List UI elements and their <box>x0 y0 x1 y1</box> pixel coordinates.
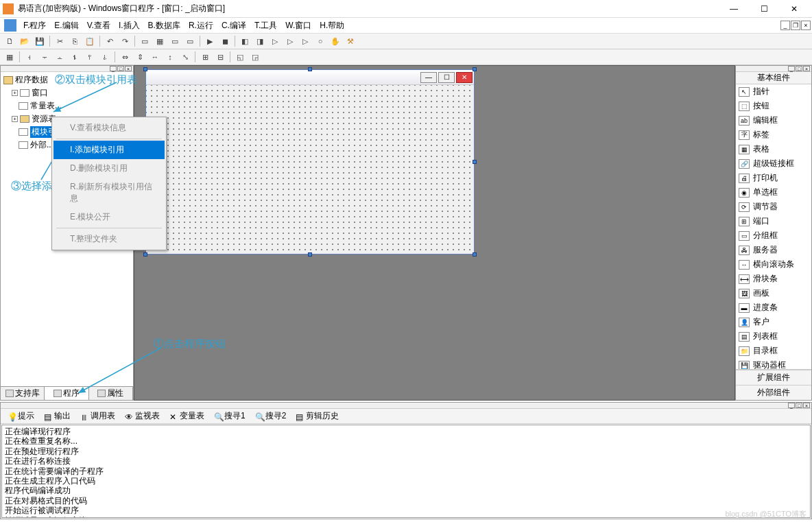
panel-min-icon[interactable]: _ <box>788 66 795 71</box>
panel-close-icon[interactable]: × <box>803 403 810 408</box>
tree-node-const[interactable]: 常量表... <box>2 99 132 112</box>
tb-icon-6[interactable]: ◨ <box>253 35 267 47</box>
cut-icon[interactable]: ✂ <box>53 35 67 47</box>
menu-view[interactable]: V.查看 <box>83 19 115 33</box>
menu-tools[interactable]: T.工具 <box>250 19 281 33</box>
resize-handle[interactable] <box>473 160 477 164</box>
redo-icon[interactable]: ↷ <box>118 35 132 47</box>
component-list[interactable]: ↖指针⬚按钮ab编辑框字标签▦表格🔗超级链接框🖨打印机◉单选框⟳调节器⊞端口▭分… <box>736 84 811 369</box>
form-min-button[interactable]: — <box>420 72 437 83</box>
tree-node-window[interactable]: + 窗口 <box>2 86 132 99</box>
save-icon[interactable]: 💾 <box>33 35 47 47</box>
tab-program[interactable]: 程序 <box>45 387 88 400</box>
component-item[interactable]: ▬进度条 <box>736 300 811 315</box>
maximize-button[interactable]: ☐ <box>749 1 779 17</box>
tab-support[interactable]: 支持库 <box>1 387 45 400</box>
component-item[interactable]: ⟳调节器 <box>736 200 811 214</box>
form-close-button[interactable]: ✕ <box>456 72 473 83</box>
tb-icon-4[interactable]: ▭ <box>183 35 197 47</box>
component-item[interactable]: 🖧服务器 <box>736 243 811 257</box>
align-right-icon[interactable]: ⫠ <box>53 51 67 63</box>
component-item[interactable]: ab编辑框 <box>736 113 811 128</box>
expander-icon[interactable]: + <box>12 116 18 122</box>
tree-root[interactable]: 程序数据 <box>2 73 132 86</box>
align-left-icon[interactable]: ⫞ <box>23 51 36 63</box>
menu-compile[interactable]: C.编译 <box>217 19 250 33</box>
component-item[interactable]: ▦表格 <box>736 142 811 156</box>
dist-h-icon[interactable]: ⇔ <box>118 51 132 63</box>
component-item[interactable]: ⬚按钮 <box>736 99 811 113</box>
panel-max-icon[interactable]: □ <box>117 66 124 71</box>
align-middle-icon[interactable]: ⫯ <box>83 51 97 63</box>
resize-handle[interactable] <box>308 67 312 71</box>
tab-calltable[interactable]: ⫼调用表 <box>76 410 119 423</box>
tab-search1[interactable]: 🔍搜寻1 <box>210 410 250 423</box>
tb-icon-7[interactable]: ▷ <box>268 35 282 47</box>
size-h-icon[interactable]: ↕ <box>163 51 177 63</box>
context-menu-item[interactable]: I.添加模块引用 <box>53 141 165 159</box>
component-item[interactable]: 📁目录框 <box>736 344 811 358</box>
component-item[interactable]: 字标签 <box>736 128 811 142</box>
center-h-icon[interactable]: ⊞ <box>198 51 212 63</box>
mdi-restore-button[interactable]: ❐ <box>791 21 800 30</box>
panel-min-icon[interactable]: _ <box>788 403 795 408</box>
tb-icon-2[interactable]: ▦ <box>153 35 167 47</box>
tab-cliphistory[interactable]: ▤剪辑历史 <box>291 410 343 423</box>
menu-window[interactable]: W.窗口 <box>281 19 315 33</box>
component-item[interactable]: ▤列表框 <box>736 329 811 344</box>
panel-max-icon[interactable]: □ <box>796 403 802 408</box>
minimize-button[interactable]: — <box>719 1 749 17</box>
run-icon[interactable]: ▶ <box>203 35 217 47</box>
menu-edit[interactable]: E.编辑 <box>50 19 82 33</box>
component-item[interactable]: ⊞端口 <box>736 214 811 228</box>
menu-help[interactable]: H.帮助 <box>315 19 348 33</box>
undo-icon[interactable]: ↶ <box>103 35 117 47</box>
back-icon[interactable]: ◲ <box>248 51 262 63</box>
cat-extended[interactable]: 扩展组件 <box>736 370 811 385</box>
menu-run[interactable]: R.运行 <box>184 19 217 33</box>
tab-property[interactable]: 属性 <box>89 387 133 400</box>
size-w-icon[interactable]: ↔ <box>148 51 162 63</box>
resize-handle[interactable] <box>308 252 312 257</box>
tb-icon-5[interactable]: ◧ <box>238 35 252 47</box>
hammer-icon[interactable]: ⚒ <box>344 35 357 47</box>
resize-handle[interactable] <box>143 252 147 257</box>
copy-icon[interactable]: ⎘ <box>68 35 82 47</box>
menu-insert[interactable]: I.插入 <box>115 19 144 33</box>
tb-icon-3[interactable]: ▭ <box>168 35 182 47</box>
designer-canvas[interactable]: — ☐ ✕ <box>134 65 735 401</box>
resize-handle[interactable] <box>473 252 477 257</box>
resize-handle[interactable] <box>473 67 477 71</box>
panel-close-icon[interactable]: × <box>803 66 810 71</box>
expander-icon[interactable]: + <box>12 90 18 96</box>
form-body[interactable] <box>146 85 474 254</box>
mdi-close-button[interactable]: × <box>801 21 811 30</box>
form-max-button[interactable]: ☐ <box>438 72 455 83</box>
tb-icon-8[interactable]: ▷ <box>283 35 297 47</box>
front-icon[interactable]: ◱ <box>233 51 247 63</box>
paste-icon[interactable]: 📋 <box>83 35 97 47</box>
align-center-icon[interactable]: ⫟ <box>38 51 51 63</box>
tab-hint[interactable]: 💡提示 <box>3 410 38 423</box>
form-window[interactable]: — ☐ ✕ <box>145 69 475 254</box>
align-bottom-icon[interactable]: ⫰ <box>98 51 112 63</box>
panel-max-icon[interactable]: □ <box>796 66 802 71</box>
tb-icon-1[interactable]: ▭ <box>138 35 152 47</box>
component-item[interactable]: 👤客户 <box>736 315 811 329</box>
output-area[interactable]: 正在编译现行程序正在检查重复名称...正在预处理现行程序正在进行名称连接正在统计… <box>1 425 811 518</box>
component-item[interactable]: ▭分组框 <box>736 228 811 243</box>
component-item[interactable]: 🔗超级链接框 <box>736 156 811 171</box>
component-item[interactable]: ↔横向滚动条 <box>736 257 811 272</box>
resize-handle[interactable] <box>143 67 147 71</box>
center-v-icon[interactable]: ⊟ <box>213 51 227 63</box>
tb-icon-10[interactable]: ○ <box>313 35 327 47</box>
cat-external[interactable]: 外部组件 <box>736 385 811 400</box>
close-button[interactable]: ✕ <box>779 1 809 17</box>
size-both-icon[interactable]: ⤡ <box>178 51 192 63</box>
component-item[interactable]: 🖨打印机 <box>736 171 811 185</box>
menu-database[interactable]: B.数据库 <box>144 19 184 33</box>
tab-vartable[interactable]: ✕变量表 <box>165 410 208 423</box>
component-item[interactable]: ◉单选框 <box>736 185 811 200</box>
new-icon[interactable]: 🗋 <box>3 35 16 47</box>
component-item[interactable]: ⟷滑块条 <box>736 272 811 286</box>
